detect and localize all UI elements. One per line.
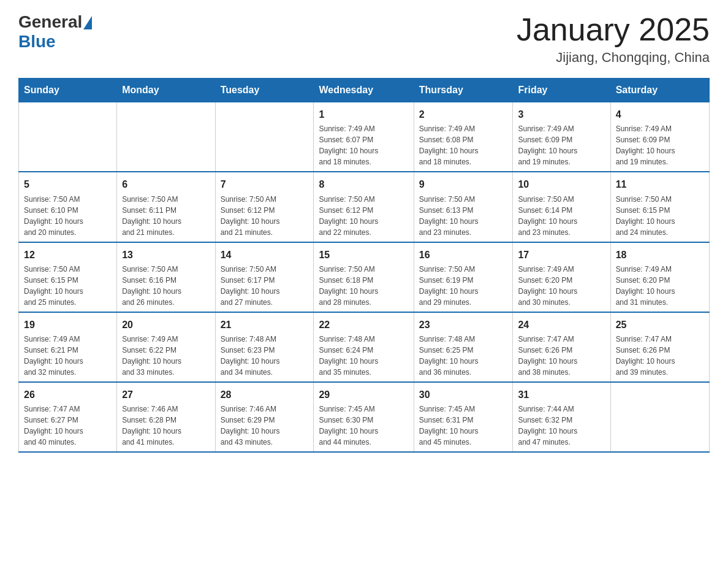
day-info: Sunrise: 7:45 AM Sunset: 6:30 PM Dayligh… [319,404,408,448]
header-cell-thursday: Thursday [414,79,513,102]
calendar-cell [19,102,117,172]
day-info: Sunrise: 7:50 AM Sunset: 6:19 PM Dayligh… [419,264,508,308]
calendar-cell: 29Sunrise: 7:45 AM Sunset: 6:30 PM Dayli… [314,382,414,452]
day-number: 3 [518,107,605,121]
day-number: 31 [518,388,605,402]
header-cell-sunday: Sunday [19,79,117,102]
day-info: Sunrise: 7:49 AM Sunset: 6:21 PM Dayligh… [24,334,112,378]
location-subtitle: Jijiang, Chongqing, China [517,50,710,66]
logo-general-text: General [18,12,82,32]
logo-blue-text: Blue [18,32,92,52]
calendar-cell: 9Sunrise: 7:50 AM Sunset: 6:13 PM Daylig… [414,172,513,242]
day-info: Sunrise: 7:50 AM Sunset: 6:16 PM Dayligh… [122,264,210,308]
day-info: Sunrise: 7:50 AM Sunset: 6:12 PM Dayligh… [319,194,408,238]
day-number: 17 [518,248,605,262]
day-info: Sunrise: 7:49 AM Sunset: 6:09 PM Dayligh… [518,123,605,167]
day-info: Sunrise: 7:49 AM Sunset: 6:22 PM Dayligh… [122,334,210,378]
calendar-cell: 5Sunrise: 7:50 AM Sunset: 6:10 PM Daylig… [19,172,117,242]
day-number: 27 [122,388,210,402]
day-number: 20 [122,318,210,332]
day-number: 1 [319,107,408,121]
calendar-cell [610,382,709,452]
day-number: 29 [319,388,408,402]
day-number: 25 [616,318,704,332]
day-number: 23 [419,318,508,332]
calendar-cell [117,102,215,172]
day-number: 4 [616,107,704,121]
month-title: January 2025 [517,12,710,47]
calendar-cell: 2Sunrise: 7:49 AM Sunset: 6:08 PM Daylig… [414,102,513,172]
week-row-5: 26Sunrise: 7:47 AM Sunset: 6:27 PM Dayli… [19,382,710,452]
day-number: 9 [419,177,508,191]
day-number: 13 [122,248,210,262]
calendar-cell: 21Sunrise: 7:48 AM Sunset: 6:23 PM Dayli… [215,312,314,382]
calendar-cell: 17Sunrise: 7:49 AM Sunset: 6:20 PM Dayli… [513,242,610,312]
calendar-cell [215,102,314,172]
day-number: 11 [616,177,704,191]
calendar-cell: 20Sunrise: 7:49 AM Sunset: 6:22 PM Dayli… [117,312,215,382]
day-info: Sunrise: 7:44 AM Sunset: 6:32 PM Dayligh… [518,404,605,448]
logo: General Blue [18,12,92,52]
day-number: 6 [122,177,210,191]
calendar-cell: 6Sunrise: 7:50 AM Sunset: 6:11 PM Daylig… [117,172,215,242]
calendar-cell: 19Sunrise: 7:49 AM Sunset: 6:21 PM Dayli… [19,312,117,382]
title-section: January 2025 Jijiang, Chongqing, China [517,12,710,66]
calendar-cell: 23Sunrise: 7:48 AM Sunset: 6:25 PM Dayli… [414,312,513,382]
day-number: 28 [221,388,309,402]
day-number: 5 [24,177,112,191]
calendar-table: SundayMondayTuesdayWednesdayThursdayFrid… [18,78,710,453]
day-info: Sunrise: 7:50 AM Sunset: 6:18 PM Dayligh… [319,264,408,308]
day-info: Sunrise: 7:50 AM Sunset: 6:15 PM Dayligh… [616,194,704,238]
calendar-cell: 22Sunrise: 7:48 AM Sunset: 6:24 PM Dayli… [314,312,414,382]
day-number: 7 [221,177,309,191]
day-number: 2 [419,107,508,121]
calendar-cell: 27Sunrise: 7:46 AM Sunset: 6:28 PM Dayli… [117,382,215,452]
day-number: 24 [518,318,605,332]
day-number: 21 [221,318,309,332]
day-number: 26 [24,388,112,402]
logo-triangle-icon [83,16,92,29]
day-info: Sunrise: 7:50 AM Sunset: 6:13 PM Dayligh… [419,194,508,238]
day-info: Sunrise: 7:47 AM Sunset: 6:26 PM Dayligh… [616,334,704,378]
header-cell-friday: Friday [513,79,610,102]
day-info: Sunrise: 7:49 AM Sunset: 6:08 PM Dayligh… [419,123,508,167]
calendar-cell: 28Sunrise: 7:46 AM Sunset: 6:29 PM Dayli… [215,382,314,452]
day-number: 22 [319,318,408,332]
day-number: 19 [24,318,112,332]
calendar-cell: 7Sunrise: 7:50 AM Sunset: 6:12 PM Daylig… [215,172,314,242]
calendar-cell: 31Sunrise: 7:44 AM Sunset: 6:32 PM Dayli… [513,382,610,452]
day-info: Sunrise: 7:46 AM Sunset: 6:28 PM Dayligh… [122,404,210,448]
week-row-4: 19Sunrise: 7:49 AM Sunset: 6:21 PM Dayli… [19,312,710,382]
header-cell-saturday: Saturday [610,79,709,102]
calendar-cell: 15Sunrise: 7:50 AM Sunset: 6:18 PM Dayli… [314,242,414,312]
day-info: Sunrise: 7:50 AM Sunset: 6:15 PM Dayligh… [24,264,112,308]
calendar-header: SundayMondayTuesdayWednesdayThursdayFrid… [19,79,710,102]
calendar-cell: 4Sunrise: 7:49 AM Sunset: 6:09 PM Daylig… [610,102,709,172]
day-info: Sunrise: 7:48 AM Sunset: 6:24 PM Dayligh… [319,334,408,378]
calendar-cell: 3Sunrise: 7:49 AM Sunset: 6:09 PM Daylig… [513,102,610,172]
header-row: SundayMondayTuesdayWednesdayThursdayFrid… [19,79,710,102]
week-row-2: 5Sunrise: 7:50 AM Sunset: 6:10 PM Daylig… [19,172,710,242]
calendar-cell: 1Sunrise: 7:49 AM Sunset: 6:07 PM Daylig… [314,102,414,172]
day-info: Sunrise: 7:49 AM Sunset: 6:07 PM Dayligh… [319,123,408,167]
day-info: Sunrise: 7:45 AM Sunset: 6:31 PM Dayligh… [419,404,508,448]
day-info: Sunrise: 7:48 AM Sunset: 6:25 PM Dayligh… [419,334,508,378]
day-number: 10 [518,177,605,191]
day-number: 14 [221,248,309,262]
day-info: Sunrise: 7:48 AM Sunset: 6:23 PM Dayligh… [221,334,309,378]
calendar-cell: 18Sunrise: 7:49 AM Sunset: 6:20 PM Dayli… [610,242,709,312]
calendar-cell: 11Sunrise: 7:50 AM Sunset: 6:15 PM Dayli… [610,172,709,242]
day-number: 15 [319,248,408,262]
calendar-cell: 14Sunrise: 7:50 AM Sunset: 6:17 PM Dayli… [215,242,314,312]
calendar-cell: 8Sunrise: 7:50 AM Sunset: 6:12 PM Daylig… [314,172,414,242]
day-info: Sunrise: 7:49 AM Sunset: 6:20 PM Dayligh… [616,264,704,308]
header-cell-monday: Monday [117,79,215,102]
day-info: Sunrise: 7:46 AM Sunset: 6:29 PM Dayligh… [221,404,309,448]
calendar-cell: 24Sunrise: 7:47 AM Sunset: 6:26 PM Dayli… [513,312,610,382]
calendar-cell: 25Sunrise: 7:47 AM Sunset: 6:26 PM Dayli… [610,312,709,382]
calendar-cell: 16Sunrise: 7:50 AM Sunset: 6:19 PM Dayli… [414,242,513,312]
day-info: Sunrise: 7:50 AM Sunset: 6:12 PM Dayligh… [221,194,309,238]
day-number: 18 [616,248,704,262]
calendar-cell: 10Sunrise: 7:50 AM Sunset: 6:14 PM Dayli… [513,172,610,242]
day-info: Sunrise: 7:47 AM Sunset: 6:27 PM Dayligh… [24,404,112,448]
